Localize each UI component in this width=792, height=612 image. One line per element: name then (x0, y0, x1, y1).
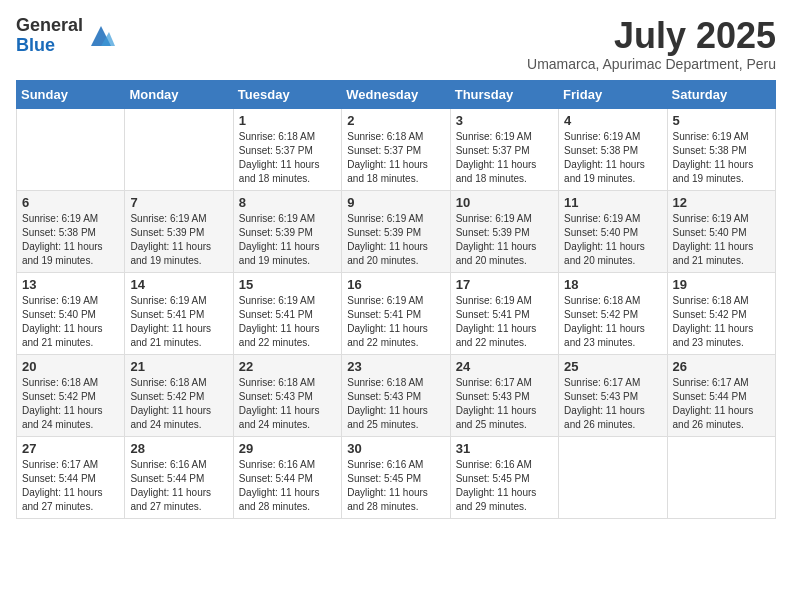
calendar-cell: 22Sunrise: 6:18 AM Sunset: 5:43 PM Dayli… (233, 354, 341, 436)
day-info: Sunrise: 6:18 AM Sunset: 5:42 PM Dayligh… (130, 376, 227, 432)
day-info: Sunrise: 6:19 AM Sunset: 5:40 PM Dayligh… (22, 294, 119, 350)
day-info: Sunrise: 6:19 AM Sunset: 5:41 PM Dayligh… (130, 294, 227, 350)
calendar-week-row: 1Sunrise: 6:18 AM Sunset: 5:37 PM Daylig… (17, 108, 776, 190)
calendar-cell: 26Sunrise: 6:17 AM Sunset: 5:44 PM Dayli… (667, 354, 775, 436)
day-number: 26 (673, 359, 770, 374)
calendar-week-row: 27Sunrise: 6:17 AM Sunset: 5:44 PM Dayli… (17, 436, 776, 518)
weekday-header-saturday: Saturday (667, 80, 775, 108)
weekday-header-wednesday: Wednesday (342, 80, 450, 108)
day-info: Sunrise: 6:19 AM Sunset: 5:40 PM Dayligh… (564, 212, 661, 268)
day-number: 13 (22, 277, 119, 292)
weekday-header-tuesday: Tuesday (233, 80, 341, 108)
calendar-cell: 30Sunrise: 6:16 AM Sunset: 5:45 PM Dayli… (342, 436, 450, 518)
day-number: 15 (239, 277, 336, 292)
day-number: 25 (564, 359, 661, 374)
day-info: Sunrise: 6:16 AM Sunset: 5:45 PM Dayligh… (347, 458, 444, 514)
calendar-cell (125, 108, 233, 190)
day-info: Sunrise: 6:19 AM Sunset: 5:39 PM Dayligh… (130, 212, 227, 268)
calendar-cell: 7Sunrise: 6:19 AM Sunset: 5:39 PM Daylig… (125, 190, 233, 272)
calendar-week-row: 13Sunrise: 6:19 AM Sunset: 5:40 PM Dayli… (17, 272, 776, 354)
day-number: 27 (22, 441, 119, 456)
calendar-cell: 1Sunrise: 6:18 AM Sunset: 5:37 PM Daylig… (233, 108, 341, 190)
calendar-cell: 24Sunrise: 6:17 AM Sunset: 5:43 PM Dayli… (450, 354, 558, 436)
logo-blue: Blue (16, 36, 83, 56)
day-number: 21 (130, 359, 227, 374)
day-info: Sunrise: 6:16 AM Sunset: 5:44 PM Dayligh… (239, 458, 336, 514)
weekday-header-row: SundayMondayTuesdayWednesdayThursdayFrid… (17, 80, 776, 108)
day-number: 18 (564, 277, 661, 292)
day-info: Sunrise: 6:17 AM Sunset: 5:44 PM Dayligh… (673, 376, 770, 432)
day-number: 10 (456, 195, 553, 210)
day-number: 22 (239, 359, 336, 374)
day-number: 2 (347, 113, 444, 128)
calendar-cell: 21Sunrise: 6:18 AM Sunset: 5:42 PM Dayli… (125, 354, 233, 436)
day-number: 16 (347, 277, 444, 292)
day-number: 5 (673, 113, 770, 128)
day-info: Sunrise: 6:19 AM Sunset: 5:41 PM Dayligh… (456, 294, 553, 350)
day-number: 20 (22, 359, 119, 374)
day-info: Sunrise: 6:19 AM Sunset: 5:38 PM Dayligh… (673, 130, 770, 186)
day-info: Sunrise: 6:19 AM Sunset: 5:40 PM Dayligh… (673, 212, 770, 268)
day-number: 19 (673, 277, 770, 292)
day-number: 28 (130, 441, 227, 456)
day-number: 24 (456, 359, 553, 374)
calendar-cell: 12Sunrise: 6:19 AM Sunset: 5:40 PM Dayli… (667, 190, 775, 272)
day-info: Sunrise: 6:17 AM Sunset: 5:43 PM Dayligh… (456, 376, 553, 432)
calendar-cell: 25Sunrise: 6:17 AM Sunset: 5:43 PM Dayli… (559, 354, 667, 436)
calendar-cell: 10Sunrise: 6:19 AM Sunset: 5:39 PM Dayli… (450, 190, 558, 272)
day-number: 23 (347, 359, 444, 374)
calendar-cell (559, 436, 667, 518)
day-info: Sunrise: 6:16 AM Sunset: 5:44 PM Dayligh… (130, 458, 227, 514)
calendar-week-row: 20Sunrise: 6:18 AM Sunset: 5:42 PM Dayli… (17, 354, 776, 436)
day-number: 11 (564, 195, 661, 210)
calendar-cell: 8Sunrise: 6:19 AM Sunset: 5:39 PM Daylig… (233, 190, 341, 272)
month-title: July 2025 (527, 16, 776, 56)
day-number: 31 (456, 441, 553, 456)
calendar-cell: 5Sunrise: 6:19 AM Sunset: 5:38 PM Daylig… (667, 108, 775, 190)
day-info: Sunrise: 6:19 AM Sunset: 5:39 PM Dayligh… (456, 212, 553, 268)
day-info: Sunrise: 6:19 AM Sunset: 5:39 PM Dayligh… (347, 212, 444, 268)
calendar-cell: 11Sunrise: 6:19 AM Sunset: 5:40 PM Dayli… (559, 190, 667, 272)
day-info: Sunrise: 6:18 AM Sunset: 5:37 PM Dayligh… (239, 130, 336, 186)
page-header: General Blue July 2025 Umamarca, Apurima… (16, 16, 776, 72)
calendar-cell: 19Sunrise: 6:18 AM Sunset: 5:42 PM Dayli… (667, 272, 775, 354)
day-number: 30 (347, 441, 444, 456)
weekday-header-sunday: Sunday (17, 80, 125, 108)
calendar-cell: 27Sunrise: 6:17 AM Sunset: 5:44 PM Dayli… (17, 436, 125, 518)
day-number: 8 (239, 195, 336, 210)
day-number: 14 (130, 277, 227, 292)
day-info: Sunrise: 6:19 AM Sunset: 5:41 PM Dayligh… (239, 294, 336, 350)
title-block: July 2025 Umamarca, Apurimac Department,… (527, 16, 776, 72)
day-info: Sunrise: 6:18 AM Sunset: 5:37 PM Dayligh… (347, 130, 444, 186)
day-info: Sunrise: 6:18 AM Sunset: 5:42 PM Dayligh… (22, 376, 119, 432)
day-number: 29 (239, 441, 336, 456)
calendar-cell: 15Sunrise: 6:19 AM Sunset: 5:41 PM Dayli… (233, 272, 341, 354)
calendar-cell: 2Sunrise: 6:18 AM Sunset: 5:37 PM Daylig… (342, 108, 450, 190)
day-info: Sunrise: 6:18 AM Sunset: 5:43 PM Dayligh… (239, 376, 336, 432)
logo: General Blue (16, 16, 115, 56)
location-subtitle: Umamarca, Apurimac Department, Peru (527, 56, 776, 72)
weekday-header-monday: Monday (125, 80, 233, 108)
day-info: Sunrise: 6:17 AM Sunset: 5:43 PM Dayligh… (564, 376, 661, 432)
day-number: 4 (564, 113, 661, 128)
calendar-cell: 28Sunrise: 6:16 AM Sunset: 5:44 PM Dayli… (125, 436, 233, 518)
calendar-cell: 3Sunrise: 6:19 AM Sunset: 5:37 PM Daylig… (450, 108, 558, 190)
calendar-cell: 6Sunrise: 6:19 AM Sunset: 5:38 PM Daylig… (17, 190, 125, 272)
day-number: 7 (130, 195, 227, 210)
calendar-cell: 20Sunrise: 6:18 AM Sunset: 5:42 PM Dayli… (17, 354, 125, 436)
day-info: Sunrise: 6:19 AM Sunset: 5:41 PM Dayligh… (347, 294, 444, 350)
day-number: 1 (239, 113, 336, 128)
calendar-table: SundayMondayTuesdayWednesdayThursdayFrid… (16, 80, 776, 519)
day-info: Sunrise: 6:19 AM Sunset: 5:38 PM Dayligh… (564, 130, 661, 186)
calendar-cell: 13Sunrise: 6:19 AM Sunset: 5:40 PM Dayli… (17, 272, 125, 354)
day-info: Sunrise: 6:19 AM Sunset: 5:39 PM Dayligh… (239, 212, 336, 268)
calendar-cell (667, 436, 775, 518)
calendar-cell: 17Sunrise: 6:19 AM Sunset: 5:41 PM Dayli… (450, 272, 558, 354)
day-number: 12 (673, 195, 770, 210)
day-info: Sunrise: 6:18 AM Sunset: 5:42 PM Dayligh… (564, 294, 661, 350)
weekday-header-thursday: Thursday (450, 80, 558, 108)
weekday-header-friday: Friday (559, 80, 667, 108)
calendar-cell: 23Sunrise: 6:18 AM Sunset: 5:43 PM Dayli… (342, 354, 450, 436)
day-info: Sunrise: 6:16 AM Sunset: 5:45 PM Dayligh… (456, 458, 553, 514)
day-info: Sunrise: 6:19 AM Sunset: 5:38 PM Dayligh… (22, 212, 119, 268)
